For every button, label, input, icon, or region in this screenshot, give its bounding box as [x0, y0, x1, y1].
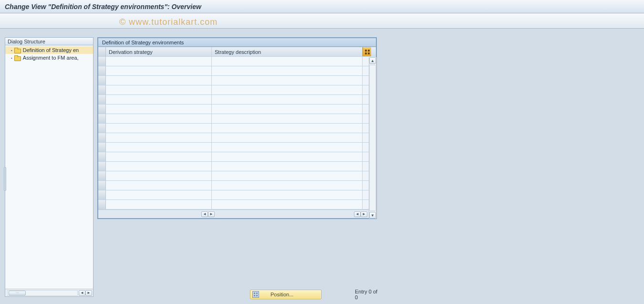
scroll-up-icon[interactable]: ▲ — [369, 57, 376, 64]
column-header-derivation-strategy[interactable]: Derivation strategy — [106, 47, 212, 56]
table-row[interactable] — [98, 114, 376, 124]
table-row[interactable] — [98, 181, 376, 190]
scroll-left-icon[interactable]: ◄ — [79, 290, 85, 296]
table-row[interactable] — [98, 133, 376, 143]
table-row[interactable] — [98, 66, 376, 76]
cell-strategy-description[interactable] — [212, 171, 363, 180]
table-row[interactable] — [98, 143, 376, 152]
cell-strategy-description[interactable] — [212, 66, 363, 75]
cell-derivation-strategy[interactable] — [106, 95, 212, 104]
table-vertical-scrollbar[interactable]: ▲ ▼ — [369, 57, 376, 219]
table-row[interactable] — [98, 152, 376, 162]
scroll-track[interactable] — [369, 65, 376, 211]
table-row[interactable] — [98, 162, 376, 171]
row-selector[interactable] — [98, 133, 106, 142]
table-row[interactable] — [98, 190, 376, 200]
cell-derivation-strategy[interactable] — [106, 200, 212, 209]
cell-derivation-strategy[interactable] — [106, 85, 212, 94]
cell-strategy-description[interactable] — [212, 124, 363, 133]
row-selector[interactable] — [98, 85, 106, 94]
tree-bullet-icon: • — [11, 48, 12, 52]
scroll-right-icon[interactable]: ► — [85, 290, 92, 296]
cell-strategy-description[interactable] — [212, 85, 363, 94]
row-selector[interactable] — [98, 181, 106, 190]
scroll-down-icon[interactable]: ▼ — [369, 212, 376, 219]
position-button[interactable]: Position... — [250, 290, 322, 299]
position-button-label: Position... — [270, 292, 293, 297]
table-row[interactable] — [98, 200, 376, 210]
cell-derivation-strategy[interactable] — [106, 181, 212, 190]
tree-item-label: Assignment to FM area, — [23, 55, 79, 61]
cell-strategy-description[interactable] — [212, 57, 363, 66]
table-row[interactable] — [98, 85, 376, 95]
table-row[interactable] — [98, 105, 376, 114]
cell-derivation-strategy[interactable] — [106, 171, 212, 180]
cell-derivation-strategy[interactable] — [106, 124, 212, 133]
row-selector[interactable] — [98, 162, 106, 171]
cell-strategy-description[interactable] — [212, 76, 363, 85]
row-selector[interactable] — [98, 76, 106, 85]
scroll-track[interactable]: ⋯ — [7, 290, 78, 296]
cell-strategy-description[interactable] — [212, 200, 363, 209]
row-selector[interactable] — [98, 124, 106, 133]
table-body — [98, 57, 376, 210]
table-header-row: Derivation strategy Strategy description — [98, 47, 376, 57]
cell-derivation-strategy[interactable] — [106, 57, 212, 66]
cell-derivation-strategy[interactable] — [106, 76, 212, 85]
sidebar-horizontal-scrollbar[interactable]: ⋯ ◄ ► — [5, 289, 93, 296]
scroll-thumb[interactable]: ⋯ — [9, 291, 26, 295]
table-row[interactable] — [98, 124, 376, 133]
cell-strategy-description[interactable] — [212, 105, 363, 114]
row-selector[interactable] — [98, 200, 106, 209]
tree-item-assignment[interactable]: • Assignment to FM area, — [5, 54, 93, 62]
row-selector[interactable] — [98, 171, 106, 180]
dialog-structure-header: Dialog Structure — [5, 38, 93, 45]
table-control: Definition of Strategy environments Deri… — [97, 37, 377, 219]
row-selector[interactable] — [98, 66, 106, 75]
cell-strategy-description[interactable] — [212, 152, 363, 161]
cell-derivation-strategy[interactable] — [106, 105, 212, 114]
scroll-right-icon[interactable]: ► — [361, 211, 367, 217]
cell-derivation-strategy[interactable] — [106, 152, 212, 161]
splitter-handle[interactable] — [4, 167, 6, 191]
row-selector[interactable] — [98, 143, 106, 152]
tree-item-definition[interactable]: • Definition of Strategy en — [5, 46, 93, 54]
cell-derivation-strategy[interactable] — [106, 114, 212, 123]
cell-strategy-description[interactable] — [212, 143, 363, 152]
cell-strategy-description[interactable] — [212, 190, 363, 199]
cell-strategy-description[interactable] — [212, 181, 363, 190]
cell-derivation-strategy[interactable] — [106, 190, 212, 199]
cell-strategy-description[interactable] — [212, 133, 363, 142]
table-settings-button[interactable] — [363, 47, 371, 56]
table-row[interactable] — [98, 76, 376, 85]
scroll-left-icon[interactable]: ◄ — [354, 211, 361, 217]
dialog-structure-tree: • Definition of Strategy en • Assignment… — [5, 45, 93, 289]
cell-derivation-strategy[interactable] — [106, 162, 212, 171]
table-title: Definition of Strategy environments — [98, 38, 376, 47]
row-selector[interactable] — [98, 95, 106, 104]
page-title: Change View "Definition of Strategy envi… — [5, 3, 201, 10]
cell-derivation-strategy[interactable] — [106, 133, 212, 142]
column-header-strategy-description[interactable]: Strategy description — [212, 47, 363, 56]
row-selector[interactable] — [98, 57, 106, 66]
row-selector[interactable] — [98, 190, 106, 199]
cell-strategy-description[interactable] — [212, 162, 363, 171]
select-all-button[interactable] — [98, 47, 106, 56]
row-selector[interactable] — [98, 114, 106, 123]
table-horizontal-scrollbar: ◄ ► ◄ ► — [98, 210, 376, 218]
table-row[interactable] — [98, 95, 376, 105]
table-row[interactable] — [98, 171, 376, 181]
cell-strategy-description[interactable] — [212, 95, 363, 104]
cell-strategy-description[interactable] — [212, 114, 363, 123]
cell-derivation-strategy[interactable] — [106, 143, 212, 152]
position-icon — [252, 291, 259, 298]
table-row[interactable] — [98, 57, 376, 66]
row-selector[interactable] — [98, 152, 106, 161]
tree-item-label: Definition of Strategy en — [23, 47, 79, 53]
cell-derivation-strategy[interactable] — [106, 66, 212, 75]
row-selector[interactable] — [98, 105, 106, 114]
scroll-right-icon[interactable]: ► — [208, 211, 215, 217]
entry-status: Entry 0 of 0 — [355, 289, 378, 300]
folder-open-icon — [14, 48, 21, 53]
scroll-left-icon[interactable]: ◄ — [201, 211, 208, 217]
